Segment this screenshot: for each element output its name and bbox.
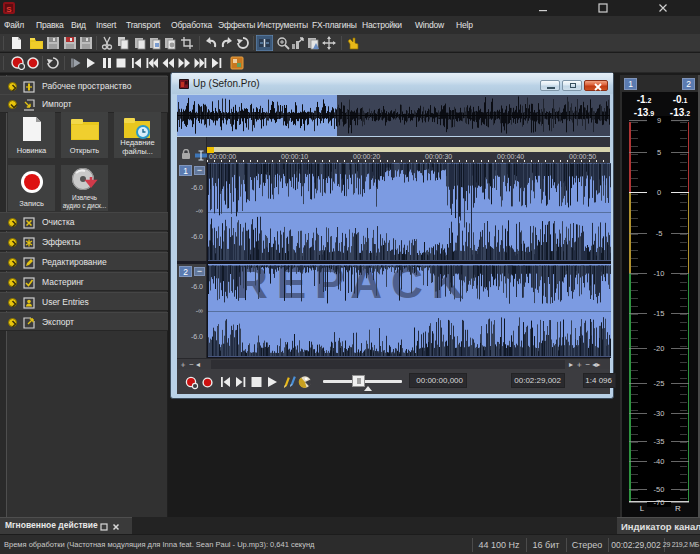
svg-text:S: S <box>6 5 12 14</box>
